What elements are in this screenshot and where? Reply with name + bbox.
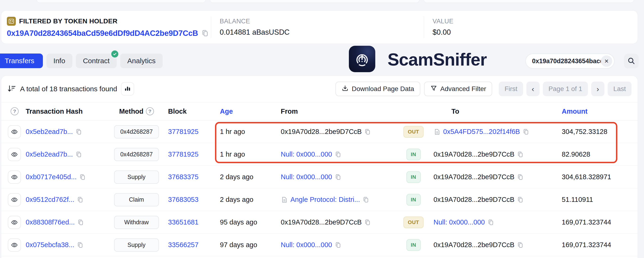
prev-page-button[interactable]: ‹ [526,82,540,96]
pagination: First ‹ Page 1 of 1 › Last [499,82,632,96]
age-text: 1 hr ago [217,150,276,158]
block-link[interactable]: 37781925 [168,128,198,135]
tab-analytics[interactable]: Analytics [120,54,163,68]
block-link[interactable]: 37683375 [168,173,198,181]
help-icon[interactable]: ? [10,107,18,115]
copy-icon[interactable] [488,219,494,226]
col-header-from: From [276,108,394,115]
direction-badge: OUT [403,126,424,138]
copy-icon[interactable] [335,242,342,248]
table-header-row: ? Transaction Hash Method ? Block Age Fr… [1,102,638,120]
value-label: VALUE [432,18,638,25]
preview-eye-button[interactable] [8,238,21,252]
to-cell: 0x19A70d28...2be9D7CcB [434,241,556,249]
copy-icon[interactable] [517,151,524,158]
tx-hash-link[interactable]: 0x9512cd762f... [26,196,74,204]
col-header-hash: Transaction Hash [26,108,108,115]
help-icon[interactable]: ? [146,107,154,115]
table-body: 0x5eb2ead7b... 0x4d268287 37781925 1 hr … [1,120,638,256]
next-page-button[interactable]: › [591,82,604,96]
method-badge: 0x4d268287 [114,148,159,161]
age-text: 2 days ago [217,196,276,204]
copy-icon[interactable] [335,151,342,158]
amount-text: 304,752.33128 [556,128,638,136]
tab-contract[interactable]: Contract [76,54,117,68]
tab-bar: Transfers Info Contract Analytics [0,54,163,68]
copy-icon[interactable] [76,128,82,135]
method-badge: Withdraw [114,216,159,229]
advanced-filter-button[interactable]: Advanced Filter [424,82,492,96]
table-row: 0x5eb2ead7b... 0x4d268287 37781925 1 hr … [1,120,638,143]
block-link[interactable]: 33651681 [168,218,198,226]
total-transactions-text: A total of 18 transactions found [20,85,117,93]
tab-transfers[interactable]: Transfers [0,54,43,68]
funnel-icon [430,85,437,94]
preview-eye-button[interactable] [8,125,21,138]
close-icon: × [604,58,609,64]
col-header-age[interactable]: Age [217,108,276,115]
address-text: 0x19A70d28...2be9D7CcB [281,128,362,136]
block-link[interactable]: 37683053 [168,196,198,203]
tx-hash-link[interactable]: 0x075ebcfa38... [26,241,74,249]
copy-icon[interactable] [522,128,530,135]
tab-info[interactable]: Info [46,54,72,68]
copy-icon[interactable] [517,196,524,203]
preview-eye-button[interactable] [8,148,21,161]
copy-icon[interactable] [362,196,370,203]
search-value[interactable]: 0x19a70d28243654bacd5... [532,58,601,65]
address-link[interactable]: Null: 0x000...000 [281,241,332,249]
table-row: 0x075ebcfa38... Supply 33566257 97 days … [1,234,638,256]
search-area: 0x19a70d28243654bacd5... × [526,54,638,69]
preview-eye-button[interactable] [8,170,21,184]
id-card-icon [7,17,16,26]
address-text: 0x19A70d28...2be9D7CcB [434,241,514,249]
token-holder-address-link[interactable]: 0x19A70d28243654baCd59e6dDf9dD4AC2be9D7C… [7,29,198,38]
age-text: 97 days ago [217,241,276,249]
address-link[interactable]: Angle Protocol: Distri... [290,196,360,204]
clear-search-button[interactable]: × [601,56,612,67]
copy-icon[interactable] [77,196,84,203]
tx-hash-link[interactable]: 0x5eb2ead7b... [26,128,73,136]
search-input[interactable]: 0x19a70d28243654bacd5... × [526,54,614,69]
block-link[interactable]: 33566257 [168,241,198,248]
tx-hash-link[interactable]: 0x5eb2ead7b... [26,150,73,158]
address-link[interactable]: Null: 0x000...000 [434,218,485,226]
copy-icon[interactable] [79,174,86,181]
copy-icon[interactable] [335,174,342,181]
to-cell: 0x5A4FD575...202f14f6B [434,128,556,136]
chart-view-button[interactable] [121,82,134,96]
table-row: 0x88308f76ed... Withdraw 33651681 95 day… [1,211,638,234]
address-link[interactable]: 0x5A4FD575...202f14f6B [443,128,520,136]
preview-eye-button[interactable] [8,216,21,229]
method-badge: Supply [114,170,159,184]
download-page-data-button[interactable]: Download Page Data [336,82,420,96]
sort-desc-icon [7,84,16,94]
address-text: 0x19A70d28...2be9D7CcB [434,196,514,204]
copy-icon[interactable] [364,128,371,135]
document-icon [281,196,288,203]
col-header-amount[interactable]: Amount [556,108,638,115]
copy-icon[interactable] [77,242,84,248]
copy-icon[interactable] [76,151,82,158]
block-link[interactable]: 37781925 [168,150,198,158]
method-badge: Claim [114,193,159,206]
copy-icon[interactable] [364,219,371,226]
copy-icon[interactable] [517,242,524,248]
search-button[interactable] [624,54,638,68]
first-page-button[interactable]: First [499,82,523,96]
tx-hash-link[interactable]: 0x88308f76ed... [26,218,75,226]
table-row: 0x5eb2ead7b... 0x4d268287 37781925 1 hr … [1,143,638,166]
copy-icon[interactable] [517,174,524,181]
direction-badge: IN [406,194,421,206]
top-card-edge [210,0,420,3]
copy-icon[interactable] [201,29,209,37]
tx-hash-link[interactable]: 0xb0717e405d... [26,173,76,181]
address-link[interactable]: Null: 0x000...000 [281,173,332,181]
amount-text: 51.110911 [556,196,638,204]
top-card-edge [36,0,206,3]
last-page-button[interactable]: Last [608,82,632,96]
copy-icon[interactable] [77,219,84,226]
amount-text: 169,071.323744 [556,218,638,226]
preview-eye-button[interactable] [8,193,21,206]
address-link[interactable]: Null: 0x000...000 [281,150,332,158]
